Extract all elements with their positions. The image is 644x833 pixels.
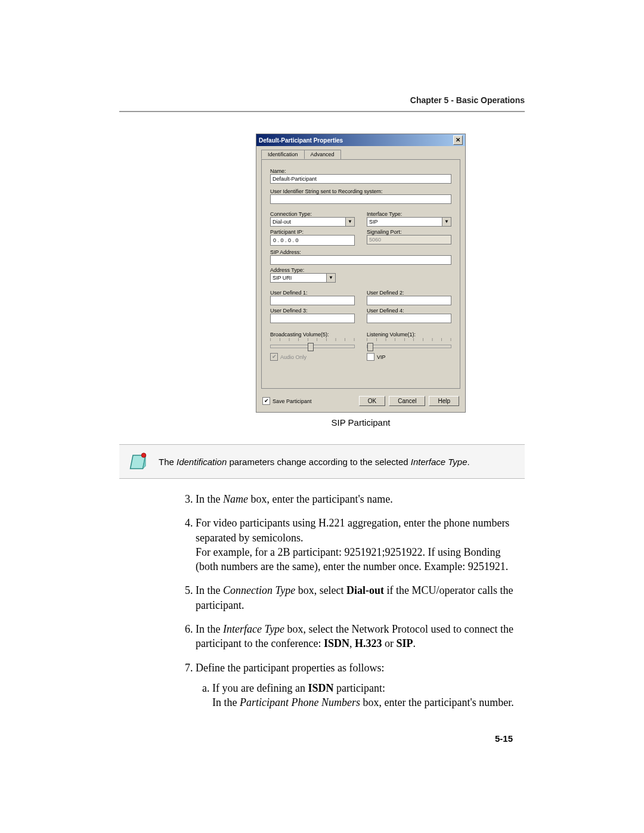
address-type-label: Address Type: — [270, 267, 451, 273]
instruction-steps: In the Name box, enter the participant's… — [179, 492, 525, 710]
tab-panel-identification: Name: User Identifier String sent to Rec… — [261, 159, 460, 389]
ud2-label: User Defined 2: — [367, 290, 451, 296]
interface-type-select[interactable]: SIP ▼ — [367, 217, 451, 227]
ud2-field[interactable] — [367, 296, 451, 305]
connection-type-value: Dial-out — [273, 219, 291, 225]
participant-ip-label: Participant IP: — [270, 229, 355, 235]
step-7a: If you are defining an ISDN participant:… — [212, 681, 525, 710]
tab-identification[interactable]: Identification — [261, 150, 305, 159]
sip-address-field[interactable] — [270, 255, 451, 265]
chevron-down-icon: ▼ — [345, 218, 354, 226]
listening-volume-slider[interactable] — [367, 345, 451, 348]
ud3-field[interactable] — [270, 314, 355, 323]
ud4-label: User Defined 4: — [367, 308, 451, 314]
sip-address-label: SIP Address: — [270, 249, 451, 255]
save-participant-checkbox[interactable]: ✔Save Participant — [262, 397, 355, 405]
signaling-port-label: Signaling Port: — [367, 229, 451, 235]
note-text: The Identification parameters change acc… — [159, 457, 470, 467]
page-header: Chapter 5 - Basic Operations — [119, 95, 525, 105]
audio-only-label: Audio Only — [280, 354, 306, 360]
uid-label: User Identifier String sent to Recording… — [270, 188, 451, 194]
participant-properties-dialog: Default-Participant Properties ✕ Identif… — [256, 134, 466, 413]
ud1-field[interactable] — [270, 296, 355, 305]
participant-ip-field[interactable]: 0 . 0 . 0 . 0 — [270, 235, 355, 246]
cancel-button[interactable]: Cancel — [389, 396, 425, 406]
ud1-label: User Defined 1: — [270, 290, 355, 296]
dialog-titlebar: Default-Participant Properties ✕ — [256, 134, 465, 146]
step-5: In the Connection Type box, select Dial-… — [196, 583, 525, 612]
chevron-down-icon: ▼ — [442, 218, 451, 226]
chevron-down-icon: ▼ — [326, 274, 335, 282]
vip-label: VIP — [377, 354, 386, 360]
svg-point-2 — [141, 453, 146, 458]
interface-type-label: Interface Type: — [367, 211, 451, 217]
figure-caption: SIP Participant — [197, 417, 525, 428]
participant-ip-value: 0 . 0 . 0 . 0 — [273, 237, 299, 243]
ud4-field[interactable] — [367, 314, 451, 323]
broadcast-ticks: |||||||||| — [270, 337, 355, 341]
dialog-title-text: Default-Participant Properties — [259, 137, 343, 144]
ud3-label: User Defined 3: — [270, 308, 355, 314]
dialog-button-row: ✔Save Participant OK Cancel Help — [256, 392, 465, 412]
listening-volume-label: Listening Volume(1): — [367, 332, 451, 337]
ok-button[interactable]: OK — [359, 396, 385, 406]
broadcast-volume-label: Broadcasting Volume(5): — [270, 332, 355, 337]
uid-field[interactable] — [270, 194, 451, 204]
save-participant-label: Save Participant — [273, 398, 312, 404]
interface-type-value: SIP — [369, 219, 378, 225]
address-type-value: SIP URI — [273, 275, 292, 281]
audio-only-checkbox: ✔Audio Only — [270, 353, 355, 361]
step-3: In the Name box, enter the participant's… — [196, 492, 525, 506]
connection-type-label: Connection Type: — [270, 211, 355, 217]
note-callout: The Identification parameters change acc… — [119, 444, 525, 479]
step-4: For video participants using H.221 aggre… — [196, 516, 525, 574]
name-label: Name: — [270, 168, 451, 174]
connection-type-select[interactable]: Dial-out ▼ — [270, 217, 355, 227]
step-6: In the Interface Type box, select the Ne… — [196, 622, 525, 651]
tab-advanced[interactable]: Advanced — [304, 150, 341, 159]
step-7: Define the participant properties as fol… — [196, 661, 525, 710]
close-icon[interactable]: ✕ — [453, 135, 463, 145]
vip-checkbox[interactable]: VIP — [367, 353, 451, 361]
note-icon — [128, 451, 149, 472]
address-type-select[interactable]: SIP URI ▼ — [270, 273, 336, 283]
header-rule — [119, 111, 525, 112]
name-field[interactable] — [270, 174, 451, 184]
help-button[interactable]: Help — [429, 396, 459, 406]
broadcast-volume-slider[interactable] — [270, 345, 355, 348]
page-number: 5-15 — [495, 733, 513, 744]
signaling-port-field — [367, 235, 451, 244]
listening-ticks: |||||||||| — [367, 337, 451, 341]
